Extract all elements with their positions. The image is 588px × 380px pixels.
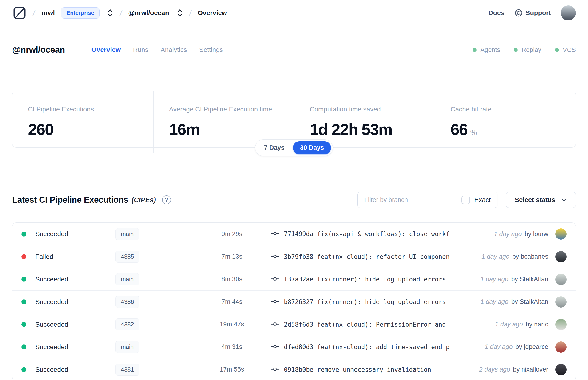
user-avatar[interactable] (561, 5, 576, 20)
commit-text[interactable]: 2d58f6d3 feat(nx-cloud): PermissionError… (284, 321, 449, 328)
table-row[interactable]: Succeeded main 4m 31s dfed80d3 feat(nx-c… (13, 336, 575, 358)
duration: 7m 44s (193, 298, 271, 305)
tab-analytics[interactable]: Analytics (161, 46, 187, 54)
status-label: Succeeded (35, 298, 68, 306)
tab-runs[interactable]: Runs (133, 46, 148, 54)
help-icon[interactable]: ? (162, 195, 171, 204)
status-dot-icon (473, 48, 476, 52)
time-ago: 1 day ago (480, 276, 509, 283)
status-dot-icon (514, 48, 518, 52)
feature-replay: Replay (514, 46, 541, 54)
feature-label: VCS (563, 46, 576, 54)
workspace-tabs: Overview Runs Analytics Settings (92, 46, 223, 54)
author-avatar (555, 274, 567, 285)
nx-cloud-logo-icon[interactable] (12, 6, 27, 20)
breadcrumb-workspace[interactable]: @nrwl/ocean (128, 9, 169, 17)
table-row[interactable]: Succeeded 4381 17m 55s 0918b0be remove u… (13, 358, 575, 380)
range-7-days[interactable]: 7 Days (257, 141, 291, 154)
time-ago: 2 days ago (479, 366, 510, 373)
table-row[interactable]: Succeeded 4386 7m 44s b8726327 fix(runne… (13, 290, 575, 313)
breadcrumb: / nrwl Enterprise / @nrwl/ocean / Overvi… (12, 6, 227, 20)
stat-label: Cache hit rate (451, 106, 560, 113)
author: by lourw (525, 230, 548, 238)
exact-checkbox[interactable] (461, 196, 470, 204)
commit-text[interactable]: f37a32ae fix(runner): hide log upload er… (284, 276, 449, 283)
time-ago: 1 day ago (481, 253, 510, 260)
commit-text[interactable]: b8726327 fix(runner): hide log upload er… (284, 298, 449, 305)
status-label: Succeeded (35, 276, 68, 283)
git-commit-icon (271, 297, 279, 307)
feature-status-list: Agents Replay VCS (473, 46, 576, 54)
status-dot-icon (21, 344, 26, 349)
stat-value: 260 (28, 120, 53, 138)
git-commit-icon (271, 229, 279, 239)
commit-text[interactable]: 771499da fix(nx-api & workflows): close … (284, 230, 449, 237)
stat-label: Computation time saved (310, 106, 419, 113)
select-status-label: Select status (515, 196, 555, 204)
author-avatar (555, 228, 567, 240)
author: by nixallover (513, 366, 548, 373)
branch-chip: main (115, 341, 139, 353)
commit-text[interactable]: 3b79fb38 feat(nx-cloud): refactor UI com… (284, 253, 449, 260)
divider (78, 41, 78, 58)
table-row[interactable]: Failed 4385 7m 13s 3b79fb38 feat(nx-clou… (13, 245, 575, 268)
cipes-table: Succeeded main 9m 29s 771499da fix(nx-ap… (12, 223, 576, 380)
author: by StalkAltan (511, 298, 548, 305)
workspace-header: @nrwl/ocean Overview Runs Analytics Sett… (0, 40, 588, 59)
docs-link[interactable]: Docs (488, 9, 504, 17)
git-commit-icon (271, 275, 279, 284)
feature-vcs: VCS (555, 46, 576, 54)
branch-filter-group: Exact (357, 192, 497, 208)
support-link[interactable]: Support (514, 9, 551, 17)
author: by jdpearce (515, 343, 548, 351)
time-ago: 1 day ago (495, 321, 523, 328)
divider (459, 41, 459, 58)
breadcrumb-separator: / (189, 8, 192, 18)
author: by StalkAltan (511, 276, 548, 283)
stats-card: CI Pipeline Executions 260 Average CI Pi… (12, 91, 576, 148)
status-label: Succeeded (35, 366, 68, 373)
duration: 7m 13s (193, 253, 271, 260)
status-label: Succeeded (35, 321, 68, 328)
status-dot-icon (21, 299, 26, 304)
breadcrumb-separator: / (32, 8, 36, 18)
select-status-dropdown[interactable]: Select status (506, 192, 576, 208)
breadcrumb-page: Overview (198, 9, 227, 17)
table-row[interactable]: Succeeded main 9m 29s 771499da fix(nx-ap… (13, 223, 575, 245)
feature-label: Replay (521, 46, 541, 54)
table-row[interactable]: Succeeded 4382 19m 47s 2d58f6d3 feat(nx-… (13, 313, 575, 336)
feature-label: Agents (480, 46, 500, 54)
commit-text[interactable]: 0918b0be remove unnecessary invalidation (284, 366, 431, 373)
enterprise-badge: Enterprise (61, 7, 100, 19)
author-avatar (555, 342, 567, 353)
stats-section: CI Pipeline Executions 260 Average CI Pi… (12, 91, 576, 148)
stat-ci-pipeline-executions: CI Pipeline Executions 260 (13, 91, 153, 153)
branch-chip: 4385 (115, 251, 139, 263)
git-commit-icon (271, 320, 279, 329)
time-ago: 1 day ago (480, 298, 509, 305)
duration: 19m 47s (193, 321, 271, 328)
cipes-subtitle: (CIPEs) (132, 196, 156, 204)
breadcrumb-org[interactable]: nrwl (41, 9, 55, 17)
status-dot-icon (21, 367, 26, 372)
date-range-toggle: 7 Days 30 Days (255, 139, 333, 156)
status-dot-icon (21, 277, 26, 282)
branch-filter-input[interactable] (358, 192, 455, 208)
tab-settings[interactable]: Settings (199, 46, 223, 54)
status-dot-icon (555, 48, 559, 52)
status-label: Succeeded (35, 343, 68, 351)
duration: 17m 55s (193, 366, 271, 373)
cipes-title: Latest CI Pipeline Executions (12, 195, 128, 205)
org-switcher-icon[interactable] (107, 8, 114, 18)
commit-text[interactable]: dfed80d3 feat(nx-cloud): add time-saved … (284, 343, 449, 351)
cipes-header: Latest CI Pipeline Executions (CIPEs) ? … (0, 192, 588, 208)
tab-overview[interactable]: Overview (92, 46, 121, 54)
git-commit-icon (271, 252, 279, 262)
workspace-switcher-icon[interactable] (176, 8, 183, 18)
table-row[interactable]: Succeeded main 8m 30s f37a32ae fix(runne… (13, 268, 575, 290)
status-dot-icon (21, 322, 26, 327)
range-30-days[interactable]: 30 Days (293, 141, 331, 154)
duration: 8m 30s (193, 276, 271, 283)
stat-value: 16m (169, 120, 200, 138)
status-dot-icon (21, 232, 26, 237)
